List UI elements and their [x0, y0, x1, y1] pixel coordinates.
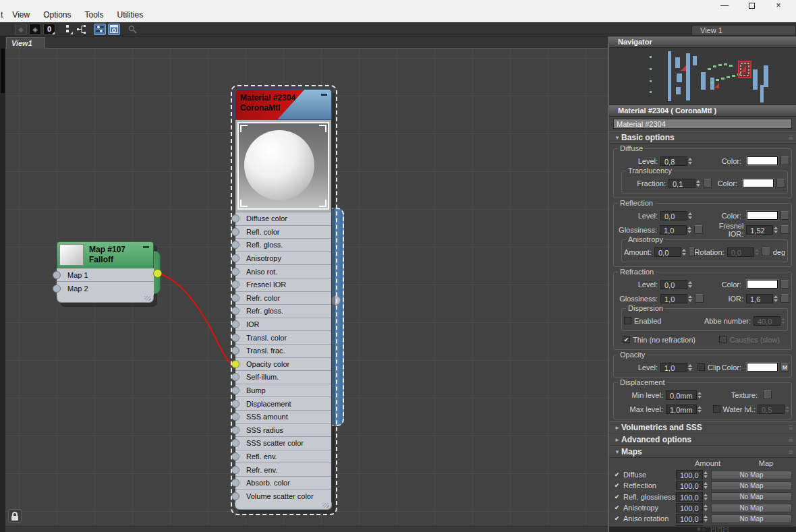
map-slot-button[interactable]: No Map: [711, 514, 792, 523]
displacement-texture-button[interactable]: [763, 390, 772, 399]
node-slot[interactable]: SSS amount: [235, 411, 331, 424]
refraction-level-spinner[interactable]: 0,0: [660, 280, 692, 289]
rollout-maps[interactable]: ▼ Maps ≣: [609, 446, 796, 458]
parameter-panel-header[interactable]: Material #2304 ( CoronaMtl ): [609, 105, 796, 117]
refraction-color-map-button[interactable]: [780, 280, 789, 289]
anisotropy-amount-spinner[interactable]: 0,0: [654, 247, 686, 257]
node-slot[interactable]: Displacement: [235, 397, 331, 411]
reflection-glossiness-map-button[interactable]: [694, 225, 703, 234]
refraction-glossiness-map-button[interactable]: [695, 294, 704, 303]
node-slot[interactable]: Volume scatter color: [235, 490, 331, 502]
map-enabled-checkbox[interactable]: ✔: [613, 504, 621, 512]
water-level-checkbox[interactable]: [713, 405, 720, 413]
node-slot[interactable]: Bump: [235, 384, 331, 398]
input-socket[interactable]: [231, 452, 239, 461]
node-slot[interactable]: Fresnel IOR: [235, 278, 331, 292]
node-slot[interactable]: Self-illum.: [235, 371, 331, 384]
map-slot-button[interactable]: No Map: [711, 504, 792, 512]
collapse-node-icon[interactable]: [321, 94, 327, 96]
collapse-node-icon[interactable]: [143, 246, 149, 248]
input-socket[interactable]: [231, 228, 239, 236]
node-slot[interactable]: Anisotropy: [235, 252, 331, 266]
water-level-spinner[interactable]: 0,5: [758, 405, 789, 414]
input-socket[interactable]: [231, 492, 239, 500]
anisotropy-amount-map-button[interactable]: [689, 247, 695, 256]
material-preview-image[interactable]: [237, 122, 329, 210]
node-slot[interactable]: Diffuse color: [235, 212, 331, 226]
map-amount-spinner[interactable]: 100,0: [676, 514, 708, 523]
fresnel-ior-spinner[interactable]: 1,52: [746, 225, 778, 235]
dispersion-enabled-checkbox[interactable]: [624, 317, 631, 324]
input-socket[interactable]: [231, 280, 239, 289]
input-socket[interactable]: [231, 426, 239, 434]
map-amount-spinner[interactable]: 100,0: [676, 481, 708, 490]
map-slot-button[interactable]: No Map: [711, 481, 792, 490]
node-slot[interactable]: SSS radius: [235, 424, 331, 438]
parameter-editor-toggle-icon[interactable]: [94, 24, 106, 35]
diffuse-color-swatch[interactable]: [747, 156, 778, 165]
menu-item-tools[interactable]: Tools: [78, 9, 111, 21]
opacity-color-map-button[interactable]: M: [780, 363, 789, 372]
menu-item-truncated[interactable]: t: [0, 9, 5, 21]
horizontal-scrollbar[interactable]: [5, 526, 608, 532]
node-slot[interactable]: Opacity color: [235, 358, 331, 372]
input-socket[interactable]: [53, 271, 61, 279]
node-slot[interactable]: Map 1: [57, 268, 154, 282]
navigator-panel-tab[interactable]: View 1: [691, 25, 796, 36]
node-slot[interactable]: Transl. color: [235, 331, 331, 345]
caustics-checkbox[interactable]: [719, 336, 727, 343]
opacity-color-swatch[interactable]: [747, 363, 778, 372]
input-socket[interactable]: [231, 400, 239, 408]
reflection-color-map-button[interactable]: [780, 211, 789, 220]
map-amount-spinner[interactable]: 100,0: [676, 525, 708, 526]
material-node-icon[interactable]: ◈: [29, 24, 41, 35]
menu-item-view[interactable]: View: [5, 9, 36, 21]
lock-pan-button[interactable]: [8, 509, 22, 523]
input-socket[interactable]: [231, 439, 239, 447]
node-slot[interactable]: Absorb. color: [235, 477, 331, 490]
node-slot[interactable]: Refl. color: [235, 226, 331, 239]
controller-zero-icon[interactable]: 0: [43, 24, 55, 35]
node-slot[interactable]: Aniso rot.: [235, 265, 331, 278]
node-slot[interactable]: Refr. gloss.: [235, 305, 331, 318]
refraction-color-swatch[interactable]: [747, 280, 778, 289]
abbe-number-spinner[interactable]: 40,0: [754, 316, 785, 326]
input-socket[interactable]: [231, 466, 239, 474]
reflection-glossiness-spinner[interactable]: 1,0: [660, 225, 691, 235]
input-socket[interactable]: [231, 307, 239, 315]
child-connections-icon[interactable]: [61, 24, 74, 35]
reflection-level-spinner[interactable]: 0,0: [660, 211, 692, 220]
thin-refraction-checkbox[interactable]: ✔: [623, 336, 630, 343]
falloff-node-header[interactable]: Map #107 Falloff: [57, 241, 154, 268]
maximize-button[interactable]: [738, 0, 765, 11]
map-enabled-checkbox[interactable]: ✔: [613, 493, 621, 500]
diffuse-level-spinner[interactable]: 0,8: [660, 156, 692, 166]
refraction-ior-map-button[interactable]: [780, 294, 789, 303]
input-socket[interactable]: [231, 294, 239, 302]
rollout-advanced-options[interactable]: ► Advanced options ≣: [609, 434, 796, 446]
close-button[interactable]: ×: [765, 0, 792, 11]
input-socket[interactable]: [231, 254, 239, 262]
falloff-node[interactable]: Map #107 Falloff Map 1 Map 2: [57, 241, 154, 303]
minimize-button[interactable]: —: [711, 0, 738, 11]
displacement-max-spinner[interactable]: 1,0mm: [666, 405, 702, 414]
map-slot-button[interactable]: No Map: [711, 471, 792, 479]
input-socket[interactable]: [231, 268, 239, 276]
input-socket[interactable]: [53, 285, 61, 293]
input-socket[interactable]: [231, 214, 239, 223]
node-slot[interactable]: Refr. env.: [235, 463, 331, 477]
opacity-clip-checkbox[interactable]: [698, 363, 705, 371]
node-slot[interactable]: Refl. gloss.: [235, 239, 331, 252]
rollout-volumetrics[interactable]: ► Volumetrics and SSS ≣: [609, 421, 796, 434]
fresnel-ior-map-button[interactable]: [780, 225, 789, 234]
falloff-output-socket[interactable]: [153, 269, 162, 278]
coronamtl-node[interactable]: Material #2304 CoronaMtl Diffuse color R…: [235, 89, 332, 510]
displacement-min-spinner[interactable]: 0,0mm: [666, 390, 702, 400]
vertical-scrollbar-thumb[interactable]: [1, 49, 5, 93]
node-slot[interactable]: Refl. env.: [235, 450, 331, 464]
material-output-socket[interactable]: [331, 295, 341, 305]
map-amount-spinner[interactable]: 100,0: [676, 503, 708, 512]
node-slot[interactable]: SSS scatter color: [235, 437, 331, 450]
input-socket[interactable]: [231, 373, 239, 381]
material-preview-dim-icon[interactable]: ◆: [15, 24, 27, 35]
